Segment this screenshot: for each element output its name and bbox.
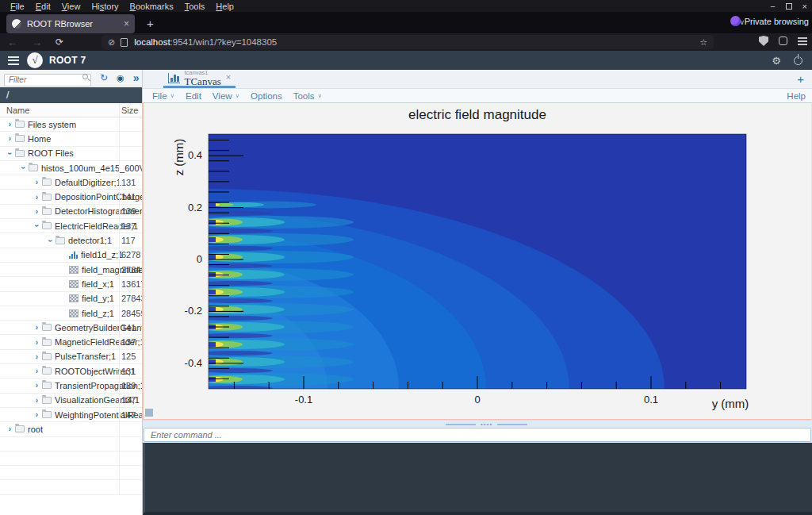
browser-menu-edit[interactable]: Edit [30, 2, 56, 11]
tree-row[interactable]: ›ElectricFieldReader;1137 [0, 219, 142, 233]
browser-menu-history[interactable]: History [86, 2, 124, 11]
tree-row[interactable]: ›VisualizationGeant4;1137 [0, 394, 142, 408]
settings-gear-icon[interactable]: ⚙ [772, 55, 781, 67]
tree-row[interactable]: field_y;1278434 [0, 292, 142, 306]
tree-row[interactable]: ›ROOT Files [0, 147, 142, 161]
panel-splitter[interactable]: •••• [143, 420, 812, 427]
menu-help[interactable]: Help [787, 91, 806, 101]
browser-menubar: FileEditViewHistoryBookmarksToolsHelp [0, 0, 812, 12]
url-bar[interactable]: ⊘ localhost :9541/win1/?key=1048305 ☆ [102, 35, 714, 49]
add-panel-button[interactable]: + [797, 72, 804, 86]
expander-chevron-icon[interactable]: › [32, 352, 42, 361]
reload-button[interactable]: ⟳ [49, 37, 70, 48]
page-info-icon[interactable] [121, 38, 128, 47]
expander-chevron-icon[interactable]: › [32, 367, 42, 375]
expander-chevron-icon[interactable]: › [32, 193, 42, 202]
splitter-handle-icon[interactable]: •••• [446, 423, 527, 426]
window-maximize-button[interactable] [786, 3, 792, 10]
browser-menu-bookmarks[interactable]: Bookmarks [124, 2, 179, 11]
tree-row[interactable]: ›TransientPropagation;1139 [0, 379, 142, 393]
y-tick-label: -0.4 [185, 357, 202, 369]
tree-row[interactable]: field1d_z;16278 [0, 248, 142, 263]
tab-close-icon[interactable]: × [124, 18, 129, 29]
expander-chevron-icon[interactable]: › [32, 323, 42, 332]
tree-row[interactable]: field_magnitude;1278418 [0, 263, 142, 277]
refresh-icon[interactable]: ↻ [100, 72, 108, 83]
tree-row[interactable]: ›WeightingPotentialReader;147 [0, 408, 142, 422]
tree-row[interactable]: field_x;113617 [0, 277, 142, 291]
menu-tools[interactable]: Tools ∨ [293, 91, 322, 101]
tree-row[interactable]: ›DepositionPointCharge;1141 [0, 190, 142, 204]
tree-row[interactable]: ›PulseTransfer;1125 [0, 350, 142, 364]
tree-item-label: ROOT Files [28, 148, 74, 158]
tree-row[interactable]: ›Files system [0, 117, 142, 132]
menu-view[interactable]: View ∨ [213, 91, 239, 101]
window-close-button[interactable]: × [802, 2, 807, 11]
browser-menu-file[interactable]: File [5, 2, 30, 11]
expander-chevron-icon[interactable]: › [5, 134, 15, 143]
browser-menu-view[interactable]: View [56, 2, 86, 11]
y-tick-label: 0 [197, 253, 202, 265]
tree-row[interactable]: ›Home [0, 132, 142, 146]
expander-chevron-icon[interactable]: › [32, 207, 42, 216]
tab-tcanvas[interactable]: tcanvas1 TCanvas × [163, 71, 236, 88]
expander-chevron-icon[interactable]: › [32, 338, 42, 347]
expander-chevron-icon[interactable]: › [19, 163, 28, 173]
tracking-protection-icon[interactable]: ⊘ [108, 37, 115, 48]
tab-label: TCanvas [185, 76, 221, 86]
tree-item-size: 278418 [121, 265, 142, 275]
tree-row[interactable]: ›histos_100um_4e15_600V.ro [0, 161, 142, 175]
tree-item-size: 137 [121, 337, 142, 347]
histogram-2d-icon [69, 309, 79, 317]
app-menu-icon[interactable] [798, 37, 807, 45]
folder-icon [42, 411, 52, 418]
browser-menu-tools[interactable]: Tools [179, 2, 211, 11]
command-input[interactable] [144, 428, 811, 442]
canvas-tab-close-icon[interactable]: × [226, 72, 231, 82]
folder-icon [42, 382, 52, 389]
expander-chevron-icon[interactable]: › [5, 425, 15, 433]
expander-chevron-icon[interactable]: › [32, 410, 42, 419]
expander-chevron-icon[interactable]: › [32, 381, 42, 390]
root-hamburger-icon[interactable] [8, 56, 19, 65]
extensions-icon[interactable] [779, 37, 787, 45]
window-minimize-button[interactable]: − [770, 2, 775, 11]
tree-row[interactable]: ›ROOTObjectWriter;1131 [0, 364, 142, 379]
browser-tab[interactable]: ROOT RBrowser × [6, 14, 135, 33]
tree-row[interactable]: ›GeometryBuilderGeant4;1141 [0, 321, 142, 335]
expander-chevron-icon[interactable]: › [5, 120, 15, 129]
expander-chevron-icon[interactable]: › [33, 221, 41, 231]
pocket-shield-icon[interactable] [759, 36, 768, 46]
command-bar [143, 427, 812, 443]
filter-input[interactable] [4, 74, 91, 86]
tree-row[interactable]: ›detector1;1117 [0, 233, 142, 248]
tree-row[interactable]: ›MagneticFieldReader;1137 [0, 335, 142, 349]
tree-row-empty [0, 466, 142, 480]
tab-title: ROOT RBrowser [27, 19, 119, 29]
canvas-resize-thumb[interactable] [145, 409, 153, 417]
browser-menu-help[interactable]: Help [210, 2, 239, 11]
tree-row[interactable]: ›root [0, 422, 142, 436]
power-icon[interactable] [794, 56, 802, 65]
expander-chevron-icon[interactable]: › [32, 178, 42, 186]
tree-item-label: field_z;1 [82, 309, 114, 318]
forward-button[interactable]: → [25, 37, 49, 48]
tree-row[interactable]: ›DetectorHistogrammer;1139 [0, 205, 142, 219]
expander-chevron-icon[interactable]: › [46, 236, 55, 246]
tree-row-empty [0, 452, 142, 466]
folder-icon [42, 324, 52, 331]
tree-row[interactable]: ›DefaultDigitizer;1131 [0, 175, 142, 190]
menu-edit[interactable]: Edit [186, 91, 201, 101]
menu-file[interactable]: File ∨ [152, 91, 174, 101]
back-button[interactable]: ← [0, 37, 25, 48]
new-tab-button[interactable]: + [147, 17, 154, 30]
tcanvas-area[interactable]: 0.40.20-0.2-0.4-0.100.1 electric field m… [143, 102, 812, 420]
more-chevrons-icon[interactable]: » [133, 71, 140, 84]
expander-chevron-icon[interactable]: › [32, 396, 42, 405]
bookmark-star-icon[interactable]: ☆ [699, 37, 707, 48]
tree-row[interactable]: field_z;1284596 [0, 306, 142, 321]
menu-options[interactable]: Options [251, 91, 282, 101]
expander-chevron-icon[interactable]: › [6, 148, 14, 159]
tree-header-name: Name [0, 106, 29, 115]
record-icon[interactable]: ◉ [117, 73, 124, 83]
